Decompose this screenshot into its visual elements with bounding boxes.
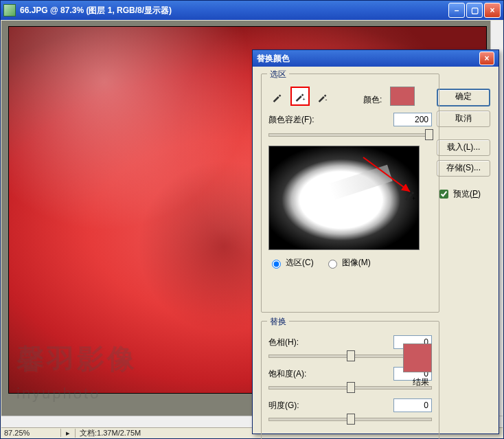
selection-preview[interactable]: + [268,146,420,250]
fuzziness-label: 颜色容差(F): [268,114,314,126]
svg-text:+: + [412,195,415,201]
cancel-button[interactable]: 取消 [437,111,490,127]
status-picker-icon[interactable]: ▸ [61,429,76,438]
fuzziness-row: 颜色容差(F): [268,113,432,126]
svg-line-2 [363,157,410,192]
lightness-label: 明度(G): [268,400,310,412]
selection-group: 选区 + - 颜色: 颜色容差(F): [261,74,439,313]
document-icon [3,4,16,16]
preview-checkbox-input[interactable] [439,190,448,199]
lightness-input[interactable] [393,398,432,412]
dialog-side-buttons: 确定 取消 载入(L)... 存储(S)... 预览(P) [437,89,490,201]
dialog-title: 替换颜色 [257,53,479,65]
ok-button[interactable]: 确定 [437,89,490,106]
lightness-slider[interactable] [268,412,432,425]
minimize-button[interactable]: – [448,3,465,18]
eyedropper-cursor-icon: + [403,188,417,201]
radio-selection[interactable]: 选区(C) [268,257,314,269]
fuzziness-slider-thumb[interactable] [425,129,433,140]
replace-color-dialog: 替换颜色 × 确定 取消 载入(L)... 存储(S)... 预览(P) 选区 [252,49,499,434]
dialog-body: 确定 取消 载入(L)... 存储(S)... 预览(P) 选区 + - [253,67,499,434]
result-swatch[interactable] [403,344,432,372]
window-controls: – ▢ × [448,3,501,18]
eyedropper-subtract-icon[interactable]: - [314,88,332,106]
selection-legend: 选区 [267,69,289,80]
preview-checkbox[interactable]: 预览(P) [437,188,490,201]
color-swatch[interactable] [390,87,415,106]
svg-text:+: + [303,96,306,102]
replace-legend: 替换 [267,316,289,328]
radio-image[interactable]: 图像(M) [325,257,371,269]
preview-mode-radios: 选区(C) 图像(M) [268,257,432,269]
fuzziness-slider[interactable] [268,128,432,140]
save-button[interactable]: 存储(S)... [437,160,490,177]
watermark-sub: inyuphoto [16,385,100,403]
eyedropper-add-icon[interactable]: + [290,87,310,106]
watermark-main: 馨羽影像 [16,340,137,378]
document-titlebar[interactable]: 66.JPG @ 87.3% (图层 1, RGB/8/显示器) – ▢ × [1,1,503,20]
color-label: 颜色: [363,94,382,106]
hue-slider-thumb[interactable] [347,350,355,361]
maximize-button[interactable]: ▢ [466,3,483,18]
fuzziness-input[interactable] [393,113,432,126]
saturation-slider[interactable] [268,381,432,393]
saturation-slider-thumb[interactable] [347,382,355,393]
hue-label: 色相(H): [268,337,310,348]
preview-checkbox-label: 预览(P) [453,188,481,200]
document-info: 文档:1.37M/2.75M [76,428,145,438]
svg-text:-: - [325,96,328,103]
saturation-label: 饱和度(A): [268,368,310,380]
dialog-close-button[interactable]: × [479,52,494,65]
document-title: 66.JPG @ 87.3% (图层 1, RGB/8/显示器) [20,5,448,16]
close-button[interactable]: × [484,3,501,18]
eyedropper-icon[interactable] [268,88,286,106]
lightness-slider-thumb[interactable] [347,414,355,425]
eyedropper-row: + - 颜色: [268,87,432,106]
load-button[interactable]: 载入(L)... [437,139,490,156]
result-label: 结果 [413,376,429,388]
dialog-titlebar[interactable]: 替换颜色 × [253,50,499,67]
zoom-field[interactable]: 87.25% [1,429,61,437]
replace-group: 替换 色相(H): 饱和度(A): 明度(G): 结果 [261,321,439,439]
